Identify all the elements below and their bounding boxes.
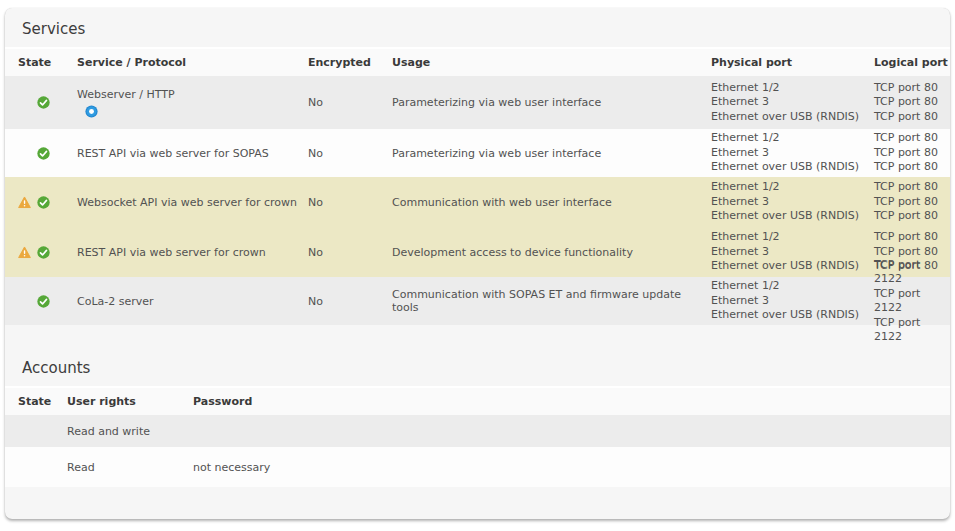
physical-port-line: Ethernet 3 [711, 146, 874, 161]
status-ok-icon [37, 295, 50, 308]
status-ok-icon [37, 246, 50, 259]
encrypted-cell: No [308, 227, 392, 277]
physical-port-line: Ethernet 1/2 [711, 81, 874, 96]
logical-port-cell: TCP port 80 TCP port 80 TCP port 80 [874, 76, 950, 129]
logical-port-line: TCP port 80 [874, 209, 950, 224]
services-col-logical-port: Logical port [874, 56, 950, 69]
logical-port-line: TCP port 2122 [874, 316, 950, 345]
status-ok-icon [37, 196, 50, 209]
accounts-col-state: State [5, 395, 67, 408]
password-cell: not necessary [193, 447, 950, 487]
accounts-table-header: State User rights Password [5, 388, 950, 415]
services-col-physical-port: Physical port [711, 56, 874, 69]
physical-port-line: Ethernet 1/2 [711, 180, 874, 195]
logical-port-line: TCP port 80 [874, 160, 950, 175]
accounts-col-user-rights: User rights [67, 395, 193, 408]
physical-port-cell: Ethernet 1/2 Ethernet 3 Ethernet over US… [711, 177, 874, 227]
logical-port-line: TCP port 80 [874, 95, 950, 110]
physical-port-line: Ethernet 1/2 [711, 230, 874, 245]
accounts-section-title: Accounts [5, 325, 950, 388]
logical-port-line: TCP port 80 [874, 180, 950, 195]
usage-cell: Parameterizing via web user interface [392, 129, 711, 177]
user-rights-cell: Read [67, 447, 193, 487]
logical-port-line: TCP port 80 [874, 195, 950, 210]
physical-port-line: Ethernet over USB (RNDIS) [711, 160, 874, 175]
physical-port-line: Ethernet 1/2 [711, 131, 874, 146]
logical-port-line: TCP port 80 [874, 146, 950, 161]
state-cell [5, 277, 77, 325]
physical-port-line: Ethernet over USB (RNDIS) [711, 259, 874, 274]
settings-panel: Services State Service / Protocol Encryp… [5, 8, 950, 519]
encrypted-cell: No [308, 277, 392, 325]
service-cell: Webserver / HTTP [77, 76, 308, 129]
logical-port-cell: TCP port 2122 TCP port 2122 TCP port 212… [874, 277, 950, 325]
physical-port-cell: Ethernet 1/2 Ethernet 3 Ethernet over US… [711, 227, 874, 277]
physical-port-line: Ethernet 1/2 [711, 279, 874, 294]
table-row: Read not necessary [5, 447, 950, 487]
logical-port-line: TCP port 80 [874, 110, 950, 125]
logical-port-line: TCP port 80 [874, 131, 950, 146]
services-section-title: Services [5, 8, 950, 49]
services-col-encrypted: Encrypted [308, 56, 392, 69]
logical-port-cell: TCP port 80 TCP port 80 TCP port 80 [874, 129, 950, 177]
usage-cell: Parameterizing via web user interface [392, 76, 711, 129]
state-cell [5, 447, 67, 487]
state-cell [5, 227, 77, 277]
service-cell: Websocket API via web server for crown [77, 177, 308, 227]
physical-port-line: Ethernet over USB (RNDIS) [711, 110, 874, 125]
services-col-service: Service / Protocol [77, 56, 308, 69]
logical-port-line: TCP port 80 [874, 81, 950, 96]
status-warning-icon [18, 246, 31, 259]
services-table-header: State Service / Protocol Encrypted Usage… [5, 49, 950, 76]
logical-port-line: TCP port 80 [874, 230, 950, 245]
services-col-state: State [5, 56, 77, 69]
physical-port-line: Ethernet 3 [711, 294, 874, 309]
table-row: REST API via web server for crown No Dev… [5, 227, 950, 277]
physical-port-line: Ethernet 3 [711, 195, 874, 210]
encrypted-cell: No [308, 177, 392, 227]
physical-port-line: Ethernet 3 [711, 245, 874, 260]
physical-port-cell: Ethernet 1/2 Ethernet 3 Ethernet over US… [711, 129, 874, 177]
service-cell: REST API via web server for SOPAS [77, 129, 308, 177]
state-cell [5, 415, 67, 447]
service-cell: REST API via web server for crown [77, 227, 308, 277]
blue-ring-selection-icon[interactable] [85, 105, 98, 118]
user-rights-cell: Read and write [67, 415, 193, 447]
status-warning-icon [18, 196, 31, 209]
table-row: CoLa-2 server No Communication with SOPA… [5, 277, 950, 325]
table-row: REST API via web server for SOPAS No Par… [5, 129, 950, 177]
encrypted-cell: No [308, 129, 392, 177]
usage-cell: Communication with SOPAS ET and firmware… [392, 277, 711, 325]
state-cell [5, 76, 77, 129]
status-ok-icon [37, 96, 50, 109]
password-cell [193, 415, 950, 447]
table-row: Websocket API via web server for crown N… [5, 177, 950, 227]
state-cell [5, 129, 77, 177]
service-cell: CoLa-2 server [77, 277, 308, 325]
service-name: Webserver / HTTP [77, 88, 175, 101]
logical-port-line: TCP port 2122 [874, 287, 950, 316]
table-row: Read and write [5, 415, 950, 447]
services-col-usage: Usage [392, 56, 711, 69]
status-ok-icon [37, 147, 50, 160]
usage-cell: Development access to device functionali… [392, 227, 711, 277]
physical-port-cell: Ethernet 1/2 Ethernet 3 Ethernet over US… [711, 76, 874, 129]
physical-port-line: Ethernet over USB (RNDIS) [711, 209, 874, 224]
table-row: Webserver / HTTP No Parameterizing via w… [5, 76, 950, 129]
state-cell [5, 177, 77, 227]
physical-port-line: Ethernet over USB (RNDIS) [711, 308, 874, 323]
logical-port-line: TCP port 2122 [874, 258, 950, 287]
usage-cell: Communication with web user interface [392, 177, 711, 227]
physical-port-cell: Ethernet 1/2 Ethernet 3 Ethernet over US… [711, 277, 874, 325]
encrypted-cell: No [308, 76, 392, 129]
logical-port-cell: TCP port 80 TCP port 80 TCP port 80 [874, 177, 950, 227]
accounts-col-password: Password [193, 395, 950, 408]
physical-port-line: Ethernet 3 [711, 95, 874, 110]
